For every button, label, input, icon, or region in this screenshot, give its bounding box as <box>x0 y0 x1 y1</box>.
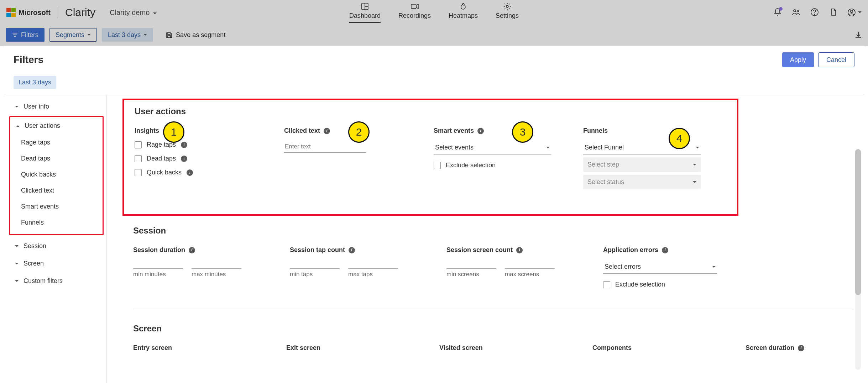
dim-overlay <box>0 0 868 45</box>
